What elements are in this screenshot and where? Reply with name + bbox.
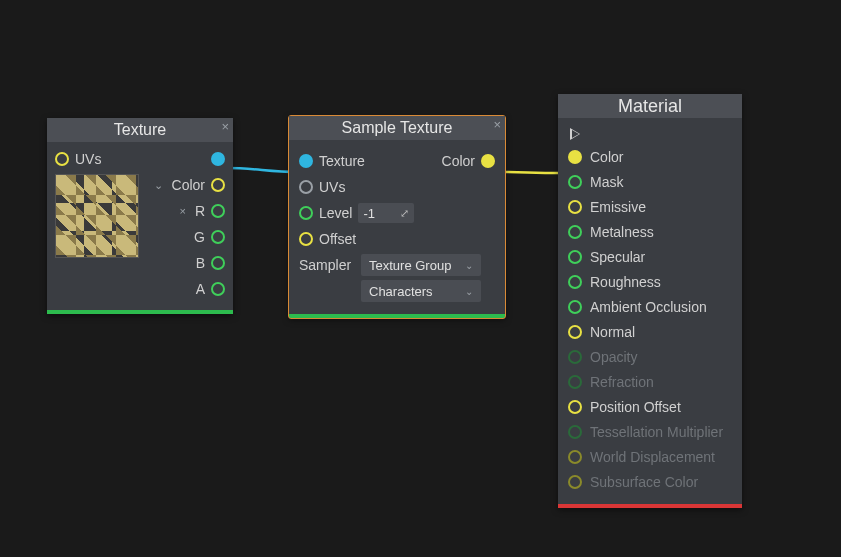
- port-opacity-in[interactable]: [568, 350, 582, 364]
- port-uvs-in[interactable]: [299, 180, 313, 194]
- material-input-sss: Subsurface Color: [568, 469, 732, 494]
- node-title[interactable]: Material: [558, 94, 742, 118]
- port-label-roughness: Roughness: [590, 274, 661, 290]
- sampler-value: Characters: [369, 284, 433, 299]
- port-normal-in[interactable]: [568, 325, 582, 339]
- port-sss-in[interactable]: [568, 475, 582, 489]
- node-body: Texture Color UVs Level -1 ⤢ Offset Samp…: [289, 140, 505, 314]
- material-input-metalness: Metalness: [568, 219, 732, 244]
- port-label-sss: Subsurface Color: [590, 474, 698, 490]
- texture-thumbnail[interactable]: [55, 174, 139, 258]
- port-label-tess_mult: Tessellation Multiplier: [590, 424, 723, 440]
- port-color-in[interactable]: [568, 150, 582, 164]
- port-roughness-in[interactable]: [568, 275, 582, 289]
- port-color-out[interactable]: [481, 154, 495, 168]
- port-label-specular: Specular: [590, 249, 645, 265]
- material-input-mask: Mask: [568, 169, 732, 194]
- material-input-roughness: Roughness: [568, 269, 732, 294]
- port-label-g: G: [194, 229, 205, 245]
- port-texture-in[interactable]: [299, 154, 313, 168]
- node-title-text: Material: [618, 96, 682, 116]
- level-value: -1: [363, 206, 375, 221]
- port-label-uvs: UVs: [319, 179, 345, 195]
- port-metalness-in[interactable]: [568, 225, 582, 239]
- material-input-normal: Normal: [568, 319, 732, 344]
- level-field[interactable]: -1 ⤢: [358, 203, 414, 223]
- node-title[interactable]: Sample Texture ×: [289, 116, 505, 140]
- node-title-text: Texture: [114, 121, 166, 138]
- sampler-value-dropdown[interactable]: Characters ⌄: [361, 280, 481, 302]
- port-position_offset-in[interactable]: [568, 400, 582, 414]
- node-footer: [558, 504, 742, 508]
- node-title-text: Sample Texture: [342, 119, 453, 136]
- node-body: ColorMaskEmissiveMetalnessSpecularRoughn…: [558, 118, 742, 504]
- port-label-ao: Ambient Occlusion: [590, 299, 707, 315]
- port-label-offset: Offset: [319, 231, 356, 247]
- port-label-r: R: [195, 203, 205, 219]
- x-icon[interactable]: ×: [179, 206, 185, 217]
- chevron-down-icon: ⌄: [465, 286, 473, 297]
- node-sample-texture[interactable]: Sample Texture × Texture Color UVs Level…: [289, 116, 505, 318]
- node-footer: [47, 310, 233, 314]
- port-label-normal: Normal: [590, 324, 635, 340]
- node-material[interactable]: Material ColorMaskEmissiveMetalnessSpecu…: [558, 94, 742, 508]
- port-texture-out[interactable]: [211, 152, 225, 166]
- port-label-b: B: [196, 255, 205, 271]
- port-label-uvs: UVs: [75, 151, 101, 167]
- material-input-specular: Specular: [568, 244, 732, 269]
- node-body: UVs ⌄ Color × R G: [47, 142, 233, 310]
- port-label-a: A: [196, 281, 205, 297]
- port-label-emissive: Emissive: [590, 199, 646, 215]
- exec-pin[interactable]: [570, 128, 580, 140]
- sampler-group-dropdown[interactable]: Texture Group ⌄: [361, 254, 481, 276]
- material-input-opacity: Opacity: [568, 344, 732, 369]
- port-a-out[interactable]: [211, 282, 225, 296]
- material-input-world_disp: World Displacement: [568, 444, 732, 469]
- port-color-out[interactable]: [211, 178, 225, 192]
- port-specular-in[interactable]: [568, 250, 582, 264]
- sampler-label: Sampler: [299, 257, 355, 273]
- chevron-down-icon: ⌄: [465, 260, 473, 271]
- port-label-mask: Mask: [590, 174, 623, 190]
- chevron-down-icon[interactable]: ⌄: [154, 180, 163, 191]
- port-level-in[interactable]: [299, 206, 313, 220]
- sampler-group-value: Texture Group: [369, 258, 451, 273]
- node-title[interactable]: Texture ×: [47, 118, 233, 142]
- port-mask-in[interactable]: [568, 175, 582, 189]
- material-input-color: Color: [568, 144, 732, 169]
- port-label-color: Color: [590, 149, 623, 165]
- material-input-tess_mult: Tessellation Multiplier: [568, 419, 732, 444]
- port-label-opacity: Opacity: [590, 349, 637, 365]
- port-label-texture: Texture: [319, 153, 365, 169]
- port-r-out[interactable]: [211, 204, 225, 218]
- port-uvs-in[interactable]: [55, 152, 69, 166]
- port-label-world_disp: World Displacement: [590, 449, 715, 465]
- close-icon[interactable]: ×: [493, 118, 501, 131]
- material-input-emissive: Emissive: [568, 194, 732, 219]
- port-label-level: Level: [319, 205, 352, 221]
- port-refraction-in[interactable]: [568, 375, 582, 389]
- material-input-position_offset: Position Offset: [568, 394, 732, 419]
- close-icon[interactable]: ×: [221, 120, 229, 133]
- port-emissive-in[interactable]: [568, 200, 582, 214]
- node-texture[interactable]: Texture × UVs ⌄ Color ×: [47, 118, 233, 314]
- port-ao-in[interactable]: [568, 300, 582, 314]
- material-input-refraction: Refraction: [568, 369, 732, 394]
- port-offset-in[interactable]: [299, 232, 313, 246]
- material-input-ao: Ambient Occlusion: [568, 294, 732, 319]
- port-label-metalness: Metalness: [590, 224, 654, 240]
- expand-icon[interactable]: ⤢: [400, 207, 409, 220]
- port-b-out[interactable]: [211, 256, 225, 270]
- node-footer: [289, 314, 505, 318]
- port-label-color: Color: [172, 177, 205, 193]
- port-tess_mult-in[interactable]: [568, 425, 582, 439]
- port-label-position_offset: Position Offset: [590, 399, 681, 415]
- port-world_disp-in[interactable]: [568, 450, 582, 464]
- port-label-refraction: Refraction: [590, 374, 654, 390]
- port-label-color: Color: [442, 153, 475, 169]
- port-g-out[interactable]: [211, 230, 225, 244]
